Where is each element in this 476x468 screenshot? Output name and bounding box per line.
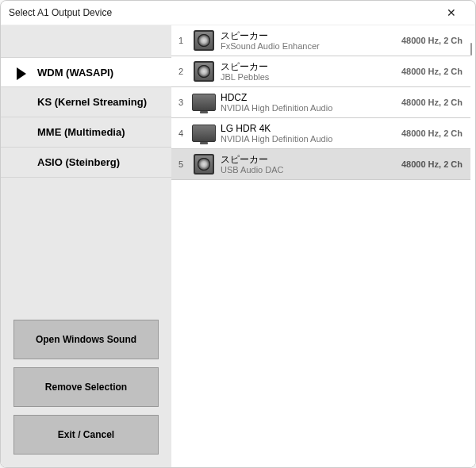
device-name: HDCZ [221, 92, 401, 103]
exit-cancel-button[interactable]: Exit / Cancel [13, 415, 159, 455]
device-desc: FxSound Audio Enhancer [221, 41, 401, 52]
device-desc: USB Audio DAC [221, 165, 401, 175]
device-text: スピーカーFxSound Audio Enhancer [217, 30, 401, 52]
device-info: 48000 Hz, 2 Ch [401, 67, 463, 76]
device-info: 48000 Hz, 2 Ch [401, 36, 463, 45]
titlebar: Select A1 Output Device ✕ [1, 1, 475, 25]
device-desc: NVIDIA High Definition Audio [221, 103, 401, 113]
monitor-icon [190, 94, 217, 111]
device-text: LG HDR 4KNVIDIA High Definition Audio [217, 123, 401, 144]
device-text: HDCZNVIDIA High Definition Audio [217, 92, 401, 113]
device-list: 1スピーカーFxSound Audio Enhancer48000 Hz, 2 … [171, 25, 475, 467]
device-index: 3 [171, 98, 190, 107]
api-item-label: WDM (WASAPI) [37, 67, 113, 79]
device-info: 48000 Hz, 2 Ch [401, 98, 463, 107]
speaker-icon [190, 61, 217, 82]
device-name: スピーカー [221, 154, 401, 165]
device-desc: JBL Pebbles [221, 72, 401, 82]
remove-selection-button[interactable]: Remove Selection [13, 367, 159, 407]
api-item-label: ASIO (Steinberg) [37, 156, 120, 168]
device-name: スピーカー [221, 30, 401, 41]
device-index: 1 [171, 36, 190, 45]
content: WDM (WASAPI)KS (Kernel Streaming)MME (Mu… [1, 25, 475, 467]
device-item[interactable]: 4LG HDR 4KNVIDIA High Definition Audio48… [171, 118, 470, 149]
api-item[interactable]: KS (Kernel Streaming) [1, 87, 171, 117]
device-item[interactable]: 5スピーカーUSB Audio DAC48000 Hz, 2 Ch [171, 149, 470, 180]
window: Select A1 Output Device ✕ WDM (WASAPI)KS… [0, 0, 476, 468]
device-item[interactable]: 3HDCZNVIDIA High Definition Audio48000 H… [171, 87, 470, 118]
device-info: 48000 Hz, 2 Ch [401, 129, 463, 138]
device-index: 2 [171, 67, 190, 76]
api-item-label: KS (Kernel Streaming) [37, 96, 147, 108]
play-arrow-icon [17, 67, 26, 80]
monitor-icon [190, 125, 217, 142]
api-item[interactable]: MME (Multimedia) [1, 117, 171, 148]
device-index: 4 [171, 129, 190, 138]
sidebar-buttons: Open Windows Sound Remove Selection Exit… [1, 312, 171, 467]
open-windows-sound-button[interactable]: Open Windows Sound [13, 320, 159, 359]
device-panel: 1スピーカーFxSound Audio Enhancer48000 Hz, 2 … [171, 25, 475, 467]
close-icon[interactable]: ✕ [434, 6, 469, 19]
speaker-icon [190, 30, 217, 51]
device-name: LG HDR 4K [221, 123, 401, 134]
device-desc: NVIDIA High Definition Audio [221, 134, 401, 144]
device-item[interactable]: 2スピーカーJBL Pebbles48000 Hz, 2 Ch [171, 56, 470, 87]
api-list: WDM (WASAPI)KS (Kernel Streaming)MME (Mu… [1, 57, 171, 178]
device-text: スピーカーUSB Audio DAC [217, 154, 401, 175]
device-info: 48000 Hz, 2 Ch [401, 159, 463, 169]
api-item[interactable]: ASIO (Steinberg) [1, 148, 171, 178]
window-title: Select A1 Output Device [9, 7, 434, 18]
device-item[interactable]: 1スピーカーFxSound Audio Enhancer48000 Hz, 2 … [171, 25, 470, 56]
api-item-label: MME (Multimedia) [37, 126, 125, 138]
device-index: 5 [171, 159, 190, 169]
scroll-indicator[interactable] [470, 43, 472, 56]
sidebar: WDM (WASAPI)KS (Kernel Streaming)MME (Mu… [1, 25, 171, 467]
api-item[interactable]: WDM (WASAPI) [1, 57, 171, 87]
device-name: スピーカー [221, 61, 401, 72]
speaker-icon [190, 154, 217, 175]
device-text: スピーカーJBL Pebbles [217, 61, 401, 82]
